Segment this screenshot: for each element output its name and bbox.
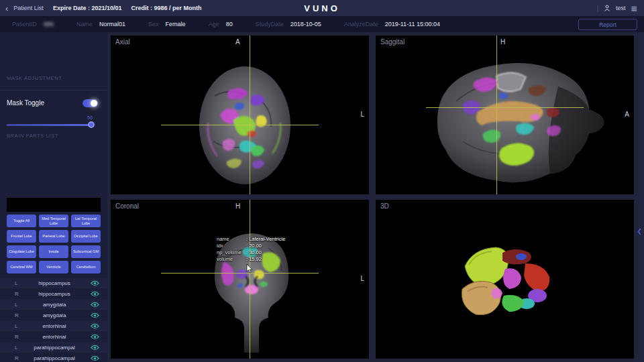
- side-label: L: [15, 345, 17, 351]
- side-label: L: [15, 302, 17, 308]
- collapse-arrow-icon[interactable]: ❮: [637, 228, 642, 235]
- part-button-occipital-lobe[interactable]: Occipital Lobe: [71, 230, 101, 243]
- eye-icon[interactable]: [91, 280, 99, 286]
- viewport-title: Saggital: [380, 38, 405, 46]
- toggle-knob: [91, 100, 97, 107]
- tooltip-value: : Lateral-Ventricle: [246, 236, 285, 242]
- 3d-brain-render[interactable]: [446, 237, 560, 330]
- mask-adjustment-header: MASK ADJUSTMENT: [7, 75, 62, 81]
- viewport-saggital[interactable]: Saggital H A: [376, 36, 634, 194]
- tooltip-value: : 20.00: [246, 243, 262, 249]
- viewport-title: Axial: [115, 38, 130, 46]
- divider-line: [0, 90, 107, 90]
- list-item[interactable]: Rentorhinal: [0, 331, 107, 342]
- eye-icon[interactable]: [91, 323, 99, 329]
- eye-icon[interactable]: [91, 355, 99, 361]
- region-tooltip: name: Lateral-Ventricle idx: 20.00 np_vo…: [217, 236, 285, 263]
- list-item[interactable]: Lhippocampus: [0, 278, 107, 288]
- crosshair-horizontal[interactable]: [161, 273, 319, 274]
- orientation-label: L: [360, 111, 364, 118]
- part-name: parahippocampal: [27, 345, 82, 351]
- part-button-subcortical-gm[interactable]: Subcortical GM: [71, 245, 101, 258]
- side-label: R: [15, 355, 19, 361]
- crosshair-horizontal[interactable]: [161, 125, 319, 125]
- top-bar: ‹ Patient List Expire Date : 2021/10/01 …: [0, 0, 644, 16]
- tooltip-key: name: [217, 236, 246, 243]
- part-button-frontal-lobe[interactable]: Frontal Lobe: [7, 230, 36, 243]
- viewport-title: Coronal: [115, 202, 139, 210]
- part-name: hippocampus: [27, 280, 82, 286]
- patient-info-bar: PatientID986 NameNormal01 SexFemale Age8…: [0, 16, 644, 32]
- saggital-brain-image[interactable]: [416, 48, 617, 194]
- part-button-lat-temporal-lobe[interactable]: Lat Temporal Lobe: [71, 215, 101, 227]
- mask-toggle[interactable]: [83, 99, 98, 107]
- user-icon: [604, 5, 610, 11]
- part-name: entorhinal: [27, 323, 82, 329]
- list-item[interactable]: Lamygdala: [0, 299, 107, 310]
- sidebar: MASK ADJUSTMENT Mask Toggle 50 BRAIN PAR…: [0, 32, 107, 362]
- side-label: L: [15, 280, 17, 286]
- eye-icon[interactable]: [91, 312, 99, 318]
- list-item[interactable]: Rparahippocampal: [0, 353, 107, 362]
- opacity-slider-value: 50: [87, 115, 93, 120]
- tooltip-key: volume: [217, 256, 246, 263]
- brain-parts-header: BRAIN PARTS LIST: [7, 133, 58, 139]
- orientation-label: H: [235, 202, 240, 210]
- app-root: ‹ Patient List Expire Date : 2021/10/01 …: [0, 0, 644, 362]
- eye-icon[interactable]: [91, 302, 99, 308]
- eye-icon[interactable]: [91, 334, 99, 340]
- username[interactable]: test: [616, 5, 626, 11]
- part-button-med-temporal-lobe[interactable]: Med Temporal Lobe: [39, 215, 68, 227]
- field-label: AnalyzeDate: [344, 21, 378, 27]
- list-item[interactable]: Rhippocampus: [0, 288, 107, 299]
- sex-value: Female: [166, 21, 186, 27]
- crosshair-vertical[interactable]: [250, 200, 250, 359]
- right-panel-strip: ❮: [634, 32, 644, 362]
- tooltip-key: np_volume: [217, 249, 246, 256]
- crosshair-vertical[interactable]: [496, 36, 497, 194]
- opacity-slider-handle[interactable]: [88, 121, 95, 128]
- field-label: StudyDate: [256, 21, 284, 27]
- part-name: entorhinal: [27, 334, 82, 340]
- legend-box: [7, 198, 101, 212]
- part-name: parahippocampal: [27, 355, 82, 361]
- crosshair-vertical[interactable]: [250, 36, 250, 194]
- grid-menu-icon[interactable]: ▦: [631, 5, 637, 12]
- part-button-cerebellum[interactable]: Cerebellum: [71, 261, 101, 274]
- part-button-parietal-lobe[interactable]: Parietal Lobe: [39, 230, 68, 243]
- eye-icon[interactable]: [91, 291, 99, 297]
- field-label: Name: [76, 21, 93, 27]
- viewer-grid: Axial A L: [107, 32, 634, 362]
- crosshair-horizontal[interactable]: [426, 107, 584, 108]
- viewport-axial[interactable]: Axial A L: [111, 36, 369, 194]
- part-button-ventricle[interactable]: Ventricle: [39, 261, 68, 274]
- viewport-coronal[interactable]: Coronal H L: [111, 200, 369, 359]
- field-label: Age: [209, 21, 219, 27]
- part-button-toggle-all[interactable]: Toggle All: [7, 215, 36, 227]
- brain-parts-list: Lhippocampus Rhippocampus Lamygdala Ramy…: [0, 278, 107, 362]
- side-label: L: [15, 323, 17, 329]
- part-name: amygdala: [27, 312, 82, 318]
- side-label: R: [15, 334, 19, 340]
- eye-icon[interactable]: [91, 345, 99, 351]
- patient-id-value: 986: [44, 21, 54, 27]
- part-button-cingulate-lobe[interactable]: Cingulate Lobe: [7, 245, 36, 258]
- viewport-3d[interactable]: 3D: [376, 200, 634, 359]
- field-label: PatientID: [12, 21, 37, 27]
- list-item[interactable]: Ramygdala: [0, 310, 107, 320]
- part-button-cerebral-wm[interactable]: Cerebral WM: [7, 261, 36, 274]
- viewport-title: 3D: [380, 202, 389, 210]
- report-button[interactable]: Report: [578, 19, 637, 30]
- orientation-label: A: [625, 111, 629, 118]
- side-label: R: [15, 312, 19, 318]
- tooltip-key: idx: [217, 243, 246, 249]
- list-item[interactable]: Lentorhinal: [0, 320, 107, 331]
- mask-toggle-label: Mask Toggle: [7, 99, 44, 107]
- orientation-label: A: [235, 38, 240, 46]
- opacity-slider[interactable]: [7, 124, 94, 126]
- orientation-label: L: [360, 275, 364, 282]
- field-label: Sex: [148, 21, 159, 27]
- part-button-insula[interactable]: Insula: [39, 245, 68, 258]
- list-item[interactable]: Lparahippocampal: [0, 342, 107, 353]
- mouse-cursor-icon: [246, 264, 253, 274]
